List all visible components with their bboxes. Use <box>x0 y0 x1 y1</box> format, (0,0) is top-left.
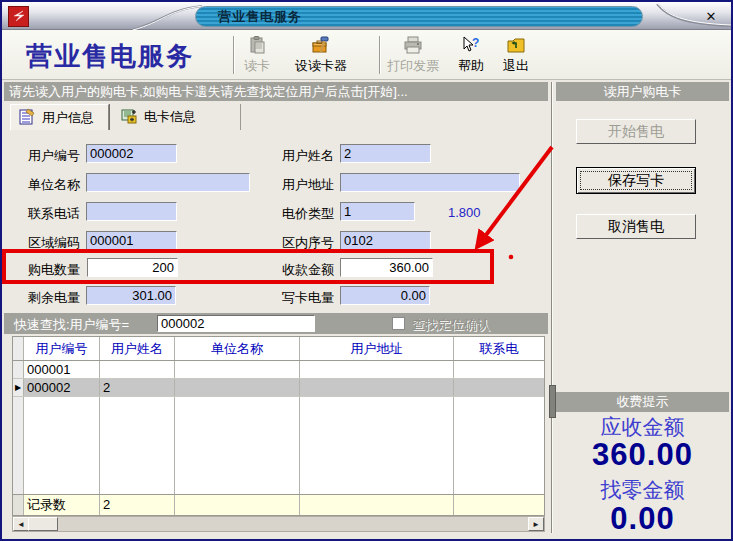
cell-user-address[interactable] <box>300 379 454 396</box>
locate-confirm-label: 查找定位确认 <box>412 316 490 334</box>
cell-user-id[interactable]: 000002 <box>24 379 100 396</box>
area-code-field[interactable] <box>86 231 177 250</box>
tab-user-info-label: 用户信息 <box>42 109 94 127</box>
unit-name-label: 单位名称 <box>28 176 80 194</box>
quick-search-bar: 快速查找:用户编号= 查找定位确认 <box>4 313 548 334</box>
table-row[interactable]: 000001 <box>13 361 544 379</box>
read-card-button[interactable]: 读卡 <box>244 34 270 75</box>
row-selector-arrow-icon: ▶ <box>13 379 24 396</box>
panel-divider <box>551 82 553 533</box>
set-card-reader-button[interactable]: 设读卡器 <box>295 34 347 75</box>
user-name-label: 用户姓名 <box>282 147 334 165</box>
annotation-dot <box>509 255 514 260</box>
grid-filler-cell <box>24 397 100 494</box>
area-serial-field[interactable] <box>340 231 431 250</box>
remaining-qty-label: 剩余电量 <box>28 289 80 307</box>
close-icon[interactable]: ✕ <box>702 7 720 25</box>
app-window: 营业售电服务 ✕ 营业售电服务 读卡 <box>0 0 733 541</box>
user-id-field[interactable] <box>86 144 177 163</box>
table-row-selected[interactable]: ▶ 000002 2 <box>13 379 544 397</box>
cell-user-name[interactable]: 2 <box>100 379 175 396</box>
cell-unit-name[interactable] <box>175 379 300 396</box>
table-hscrollbar[interactable]: ◄ ► <box>12 516 545 532</box>
quick-search-label: 快速查找:用户编号= <box>14 316 129 334</box>
scroll-right-icon[interactable]: ► <box>528 517 544 531</box>
print-invoice-button[interactable]: 打印发票 <box>387 34 439 75</box>
read-card-label: 读卡 <box>244 57 270 75</box>
help-button[interactable]: ? 帮助 <box>458 34 484 75</box>
table-empty-area <box>13 397 544 494</box>
exit-label: 退出 <box>503 57 529 75</box>
cancel-sale-button[interactable]: 取消售电 <box>576 214 696 239</box>
window-title: 营业售电服务 <box>218 8 302 26</box>
remaining-qty-field[interactable] <box>86 286 176 305</box>
user-address-field[interactable] <box>340 173 520 192</box>
col-user-name[interactable]: 用户姓名 <box>100 337 175 360</box>
toolbar: 营业售电服务 读卡 <box>2 30 731 80</box>
grid-filler-cell <box>100 397 175 494</box>
unit-name-field[interactable] <box>86 173 250 192</box>
phone-field[interactable] <box>86 202 177 221</box>
cell-user-name[interactable] <box>100 361 175 378</box>
price-type-field[interactable] <box>340 202 415 221</box>
set-card-reader-label: 设读卡器 <box>295 57 347 75</box>
amount-received-field[interactable] <box>340 258 433 277</box>
grid-filler-cell <box>175 397 300 494</box>
titlebar[interactable]: 营业售电服务 ✕ <box>2 2 731 30</box>
exit-icon <box>505 34 527 56</box>
help-icon: ? <box>460 34 482 56</box>
grid-filler-cell <box>175 495 300 515</box>
cell-user-id[interactable]: 000001 <box>24 361 100 378</box>
grid-filler-cell <box>300 397 454 494</box>
toolbox-hammer-icon <box>310 34 332 56</box>
right-panel-title: 读用户购电卡 <box>556 82 729 101</box>
card-info-icon <box>121 107 138 127</box>
amount-received-label: 收款金额 <box>282 261 334 279</box>
purchase-qty-field[interactable] <box>87 258 178 277</box>
col-user-id[interactable]: 用户编号 <box>24 337 100 360</box>
svg-text:?: ? <box>472 36 479 50</box>
save-write-card-button[interactable]: 保存写卡 <box>576 167 696 194</box>
cell-unit-name[interactable] <box>175 361 300 378</box>
exit-button[interactable]: 退出 <box>503 34 529 75</box>
cell-phone[interactable] <box>454 361 544 378</box>
printer-icon <box>402 34 424 56</box>
area-serial-label: 区内序号 <box>282 234 334 252</box>
table-vscrollbar-thumb[interactable] <box>549 385 556 418</box>
user-name-field[interactable] <box>340 144 431 163</box>
change-amount-value: 0.00 <box>556 501 729 537</box>
cell-phone[interactable] <box>454 379 544 396</box>
grid-filler-cell <box>13 397 24 494</box>
row-selector-cell <box>13 361 24 378</box>
locate-confirm-checkbox[interactable] <box>392 317 405 330</box>
user-info-icon <box>19 108 36 128</box>
annotation-arrow <box>477 147 552 247</box>
grid-filler-cell <box>454 397 544 494</box>
record-count-value: 2 <box>100 495 175 515</box>
write-card-qty-field[interactable] <box>340 286 430 305</box>
start-sale-button[interactable]: 开始售电 <box>576 119 696 144</box>
toolbar-separator <box>233 36 235 74</box>
write-card-qty-label: 写卡电量 <box>282 289 334 307</box>
quick-search-input[interactable] <box>157 315 315 332</box>
hscrollbar-thumb[interactable] <box>28 517 58 531</box>
grid-filler-cell <box>454 495 544 515</box>
col-phone[interactable]: 联系电 <box>454 337 544 360</box>
print-invoice-label: 打印发票 <box>387 57 439 75</box>
cell-user-address[interactable] <box>300 361 454 378</box>
table-header-row: 用户编号 用户姓名 单位名称 用户地址 联系电 <box>13 337 544 361</box>
selector-header-cell <box>13 337 24 360</box>
scroll-left-icon[interactable]: ◄ <box>13 517 29 531</box>
unit-price-value: 1.800 <box>448 205 481 220</box>
col-unit-name[interactable]: 单位名称 <box>175 337 300 360</box>
phone-label: 联系电话 <box>28 205 80 223</box>
table-footer-row: 记录数 2 <box>13 494 544 515</box>
fee-panel-title: 收费提示 <box>556 392 729 412</box>
titlebar-pill: 营业售电服务 <box>195 6 643 27</box>
tab-card-info[interactable]: 电卡信息 <box>113 104 241 130</box>
change-amount-label: 找零金额 <box>556 476 729 504</box>
tab-user-info[interactable]: 用户信息 <box>10 104 109 130</box>
toolbar-separator <box>379 36 381 74</box>
purchase-qty-label: 购电数量 <box>28 261 80 279</box>
col-user-address[interactable]: 用户地址 <box>300 337 454 360</box>
